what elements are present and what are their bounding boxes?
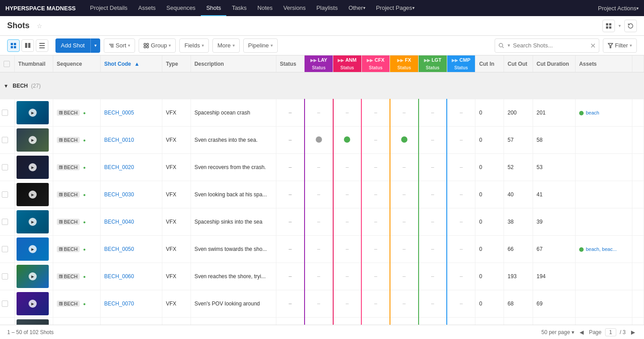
pipeline-cell: – — [447, 263, 475, 290]
nav-playlists[interactable]: Playlists — [311, 0, 343, 16]
shots-table-container[interactable]: Thumbnail Sequence Shot Code ▲ Type Desc… — [0, 55, 644, 325]
shot-thumbnail[interactable]: ▶ — [17, 292, 49, 315]
filter-button[interactable]: Filter — [603, 38, 637, 53]
per-page-selector[interactable]: 50 per page ▾ — [542, 329, 574, 335]
row-checkbox-cell — [0, 154, 14, 181]
shot-thumbnail[interactable]: ▶ — [17, 265, 49, 288]
nav-versions[interactable]: Versions — [278, 0, 311, 16]
add-shot-button[interactable]: Add Shot ▾ — [55, 38, 100, 53]
nav-project-pages[interactable]: Project Pages — [371, 0, 420, 16]
search-container[interactable]: ▾ — [495, 38, 599, 53]
play-icon[interactable]: ▶ — [29, 245, 37, 253]
row-checkbox[interactable] — [2, 110, 8, 116]
svg-rect-4 — [11, 43, 13, 45]
row-checkbox[interactable] — [2, 219, 8, 225]
play-icon[interactable]: ▶ — [29, 191, 37, 199]
fields-button[interactable]: Fields — [179, 38, 209, 53]
row-checkbox[interactable] — [2, 191, 8, 198]
play-icon[interactable]: ▶ — [29, 136, 37, 144]
nav-project-details[interactable]: Project Details — [85, 0, 133, 16]
sequence-cell: S BECH ● — [53, 127, 100, 154]
nav-other[interactable]: Other — [343, 0, 371, 16]
sequence-badge: S BECH — [57, 301, 80, 307]
asset-link[interactable]: beach — [579, 110, 599, 115]
nav-tasks[interactable]: Tasks — [226, 0, 252, 16]
nav-notes[interactable]: Notes — [252, 0, 278, 16]
sequence-badge: S BECH — [57, 219, 80, 225]
prev-page-btn[interactable]: ◀ — [578, 328, 585, 336]
group-button[interactable]: Group — [139, 38, 176, 53]
pipeline-cell — [390, 127, 419, 154]
sort-button[interactable]: Sort — [104, 38, 136, 53]
play-icon[interactable]: ▶ — [29, 163, 37, 171]
pipeline-cell: – — [447, 127, 475, 154]
shot-thumbnail[interactable]: ▶ — [17, 156, 49, 179]
layout-icon-btn[interactable] — [602, 20, 615, 32]
row-checkbox[interactable] — [2, 164, 8, 170]
header-type: Type — [162, 55, 191, 72]
header-shot-code[interactable]: Shot Code ▲ — [100, 55, 162, 72]
shot-code-link[interactable]: BECH_0060 — [104, 273, 134, 280]
sequence-icon: S — [59, 247, 63, 251]
pipeline-button[interactable]: Pipeline — [243, 38, 278, 53]
shot-thumbnail[interactable]: ▶ — [17, 183, 49, 206]
pipeline-cell: – — [361, 99, 390, 127]
select-all-checkbox[interactable] — [4, 61, 10, 67]
row-checkbox[interactable] — [2, 137, 8, 143]
sequence-cell: S BECH ● — [53, 181, 100, 208]
thumbnail-cell: ▶ — [14, 154, 53, 181]
nav-shots[interactable]: Shots — [201, 0, 226, 16]
shot-code-link[interactable]: BECH_0030 — [104, 191, 134, 198]
more-button[interactable]: More — [212, 38, 240, 53]
grid-view-btn[interactable] — [7, 39, 20, 52]
shot-code-link[interactable]: BECH_0020 — [104, 164, 134, 170]
pipeline-cell: – — [447, 318, 475, 325]
header-cut-in: Cut In — [475, 55, 504, 72]
shot-thumbnail[interactable]: ▶ — [17, 237, 49, 261]
asset-link[interactable]: beach, beac... — [579, 246, 617, 252]
pipeline-cell: – — [447, 208, 475, 236]
row-checkbox[interactable] — [2, 301, 8, 307]
sequence-icon: S — [59, 165, 63, 169]
list-view-btn[interactable] — [36, 39, 48, 52]
favorite-star-icon[interactable]: ☆ — [37, 22, 42, 30]
shot-thumbnail[interactable]: ▶ — [17, 319, 49, 325]
card-view-btn[interactable] — [21, 39, 34, 52]
pipeline-cell: – — [390, 263, 419, 290]
play-icon[interactable]: ▶ — [29, 218, 37, 226]
type-cell: VFX — [162, 318, 191, 325]
project-actions-button[interactable]: Project Actions — [598, 5, 639, 12]
shot-code-link[interactable]: BECH_0050 — [104, 246, 134, 252]
shot-thumbnail[interactable]: ▶ — [17, 128, 49, 152]
assets-cell — [575, 154, 632, 181]
shot-code-link[interactable]: BECH_0040 — [104, 219, 134, 225]
shot-thumbnail[interactable]: ▶ — [17, 101, 49, 124]
sequence-cell: S BECH ● — [53, 154, 100, 181]
row-checkbox[interactable] — [2, 246, 8, 252]
type-cell: VFX — [162, 263, 191, 290]
sequence-status-dot: ● — [83, 247, 86, 252]
shot-code-link[interactable]: BECH_0070 — [104, 301, 134, 307]
nav-sequences[interactable]: Sequences — [161, 0, 201, 16]
add-shot-dropdown-icon[interactable]: ▾ — [90, 38, 100, 53]
current-page-input[interactable]: 1 — [605, 328, 616, 336]
filter-label: Filter — [615, 42, 628, 49]
clear-search-icon[interactable] — [591, 43, 595, 48]
pipeline-cell: – — [333, 318, 362, 325]
play-icon[interactable]: ▶ — [29, 272, 37, 280]
shot-thumbnail[interactable]: ▶ — [17, 210, 49, 233]
search-dropdown-icon[interactable]: ▾ — [508, 42, 510, 48]
shot-code-link[interactable]: BECH_0010 — [104, 137, 134, 143]
nav-assets[interactable]: Assets — [133, 0, 161, 16]
play-icon[interactable]: ▶ — [29, 300, 37, 308]
next-page-btn[interactable]: ▶ — [629, 328, 637, 336]
group-collapse-icon[interactable]: ▼ — [4, 83, 8, 89]
refresh-icon-btn[interactable] — [624, 20, 637, 32]
shot-code-link[interactable]: BECH_0005 — [104, 110, 134, 116]
description-cell: Sven reaches the shore, tryi... — [191, 263, 276, 290]
row-checkbox-cell — [0, 290, 14, 318]
row-extra-cell — [632, 236, 644, 263]
play-icon[interactable]: ▶ — [29, 109, 37, 117]
search-input[interactable] — [513, 42, 588, 49]
row-checkbox[interactable] — [2, 273, 8, 280]
